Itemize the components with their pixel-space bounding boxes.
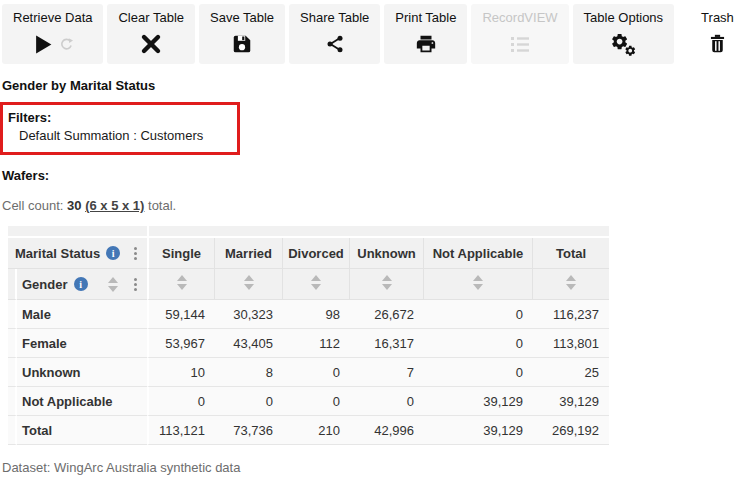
data-cell: 0 [147,387,215,416]
data-cell: 112 [283,329,350,358]
cell-count-line: Cell count: 30 (6 x 5 x 1) total. [2,198,741,213]
row-gutter [8,416,17,445]
sort-icon[interactable] [566,275,576,290]
row-label: Male [17,300,147,329]
column-sort-cell [215,269,283,300]
data-cell: 39,129 [424,387,533,416]
row-variable-label: Gender [22,277,68,292]
data-cell: 113,801 [533,329,609,358]
retrieve-data-button[interactable]: Retrieve Data [2,4,103,64]
data-cell: 0 [350,387,424,416]
play-icon [33,34,54,55]
table-row: Unknown 10 8 0 7 0 25 [8,358,609,387]
column-header: Total [533,238,609,269]
page-title: Gender by Marital Status [2,78,741,93]
cell-count-value: 30 [67,198,81,213]
cell-count-prefix: Cell count: [2,198,67,213]
column-sort-cell [350,269,424,300]
row-gutter [8,358,17,387]
data-cell: 7 [350,358,424,387]
column-header: Single [147,238,215,269]
results-table: Marital Status Single Married Divorced U… [8,226,609,445]
column-sort-cell [533,269,609,300]
data-cell: 210 [283,416,350,445]
column-header: Married [215,238,283,269]
kebab-menu-icon[interactable] [132,276,139,293]
data-cell: 42,996 [350,416,424,445]
table-top-strip [8,226,609,238]
column-variable-cell: Marital Status [8,238,147,269]
wafers-heading: Wafers: [2,168,741,183]
data-cell: 25 [533,358,609,387]
kebab-menu-icon[interactable] [132,245,139,262]
footer: Dataset: WingArc Australia synthetic dat… [2,457,741,478]
column-header-row: Marital Status Single Married Divorced U… [8,238,609,269]
data-cell: 269,192 [533,416,609,445]
table-row-total: Total 113,121 73,736 210 42,996 39,129 2… [8,416,609,445]
table-row: Not Applicable 0 0 0 0 39,129 39,129 [8,387,609,416]
data-cell: 59,144 [147,300,215,329]
print-table-button[interactable]: Print Table [384,4,467,64]
sort-icon[interactable] [244,275,254,290]
sort-icon[interactable] [473,275,483,290]
data-cell: 8 [215,358,283,387]
column-header: Not Applicable [424,238,533,269]
share-icon [325,33,345,55]
column-sort-cell [283,269,350,300]
info-icon[interactable] [106,246,120,260]
recordview-label: RecordVIEW [482,11,557,25]
filters-box: Filters: Default Summation : Customers [0,102,240,155]
row-label: Total [17,416,147,445]
data-cell: 10 [147,358,215,387]
share-table-button[interactable]: Share Table [289,4,380,64]
data-cell: 53,967 [147,329,215,358]
data-cell: 0 [215,387,283,416]
data-cell: 116,237 [533,300,609,329]
table-row: Male 59,144 30,323 98 26,672 0 116,237 [8,300,609,329]
data-cell: 0 [283,387,350,416]
sort-icon[interactable] [108,277,118,292]
table-options-label: Table Options [584,11,664,25]
sort-row: Gender [8,269,609,300]
trash-label: Trash [701,11,734,25]
row-label: Female [17,329,147,358]
sort-icon[interactable] [382,275,392,290]
sort-icon[interactable] [311,275,321,290]
sort-icon[interactable] [177,275,187,290]
cell-dimensions-link[interactable]: (6 x 5 x 1) [85,198,144,213]
recordview-button: RecordVIEW [471,4,568,64]
toolbar: Retrieve Data Clear Table Save Table [0,0,741,64]
clear-table-label: Clear Table [118,11,184,25]
data-cell: 30,323 [215,300,283,329]
data-cell: 113,121 [147,416,215,445]
row-gutter [8,300,17,329]
row-gutter [8,329,17,358]
print-table-label: Print Table [395,11,456,25]
save-table-button[interactable]: Save Table [199,4,285,64]
data-cell: 0 [424,329,533,358]
table-options-button[interactable]: Table Options [573,4,675,64]
info-icon[interactable] [74,277,88,291]
table-row: Female 53,967 43,405 112 16,317 0 113,80… [8,329,609,358]
row-gutter [8,387,17,416]
gears-icon [610,32,637,57]
row-label: Not Applicable [17,387,147,416]
floppy-icon [231,33,253,55]
data-cell: 26,672 [350,300,424,329]
data-cell: 16,317 [350,329,424,358]
data-cell: 39,129 [424,416,533,445]
save-table-label: Save Table [210,11,274,25]
x-icon [140,33,162,55]
clear-table-button[interactable]: Clear Table [107,4,195,64]
row-label: Unknown [17,358,147,387]
refresh-icon [60,38,73,51]
dataset-note: Dataset: WingArc Australia synthetic dat… [2,457,741,478]
trash-button[interactable]: Trash [690,4,741,64]
data-cell: 0 [283,358,350,387]
column-variable-label: Marital Status [15,246,100,261]
cell-count-suffix: total. [144,198,176,213]
data-cell: 0 [424,300,533,329]
data-cell: 43,405 [215,329,283,358]
data-cell: 0 [424,358,533,387]
column-sort-cell [424,269,533,300]
